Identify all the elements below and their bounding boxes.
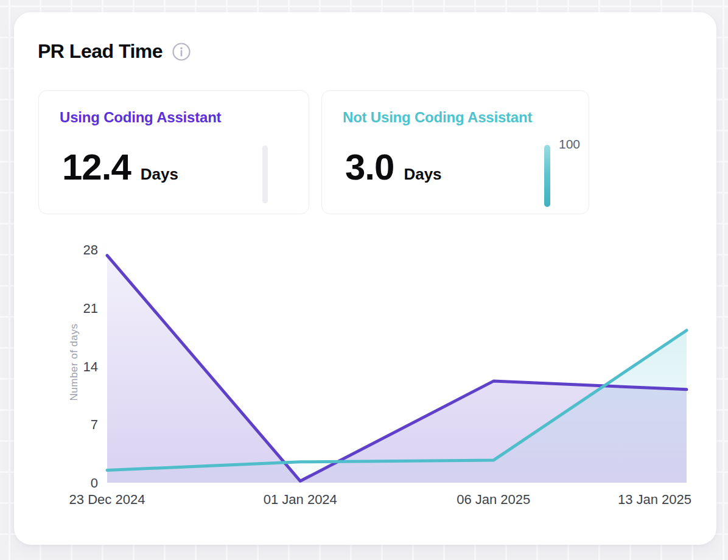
usage-gauge-fill — [544, 145, 550, 207]
stat-card-not-using-assistant: Not Using Coding Assistant 3.0 Days 100 — [321, 90, 589, 214]
gauge-value-label: 100 — [559, 137, 580, 152]
stat-label: Using Coding Assistant — [60, 109, 221, 126]
stat-value: 12.4 — [62, 146, 131, 188]
stat-value-row: 12.4 Days — [62, 146, 178, 188]
svg-text:21: 21 — [83, 301, 98, 316]
page-title: PR Lead Time — [38, 40, 163, 63]
svg-text:7: 7 — [91, 417, 98, 432]
card-header: PR Lead Time — [38, 40, 191, 63]
lead-time-chart[interactable]: 07142128Number of days23 Dec 202401 Jan … — [63, 243, 708, 520]
stat-card-using-assistant: Using Coding Assistant 12.4 Days — [38, 90, 309, 214]
svg-text:14: 14 — [83, 359, 98, 374]
stat-unit: Days — [404, 165, 441, 184]
stat-value-row: 3.0 Days — [345, 146, 442, 188]
svg-text:06 Jan 2025: 06 Jan 2025 — [457, 492, 530, 507]
dashboard-background: { "header": { "title": "PR Lead Time" },… — [0, 0, 728, 560]
info-icon[interactable] — [172, 43, 191, 61]
svg-text:28: 28 — [83, 243, 98, 257]
usage-gauge-track-empty — [262, 145, 268, 203]
svg-text:13 Jan 2025: 13 Jan 2025 — [618, 492, 691, 507]
stat-value: 3.0 — [345, 146, 394, 188]
svg-text:0: 0 — [91, 475, 98, 491]
stat-label: Not Using Coding Assistant — [343, 109, 532, 126]
svg-text:Number of days: Number of days — [68, 324, 80, 401]
stat-unit: Days — [141, 165, 178, 184]
pr-lead-time-card: PR Lead Time Using Coding Assistant 12.4… — [14, 12, 716, 545]
svg-text:01 Jan 2024: 01 Jan 2024 — [264, 492, 337, 507]
svg-text:23 Dec 2024: 23 Dec 2024 — [69, 492, 145, 507]
